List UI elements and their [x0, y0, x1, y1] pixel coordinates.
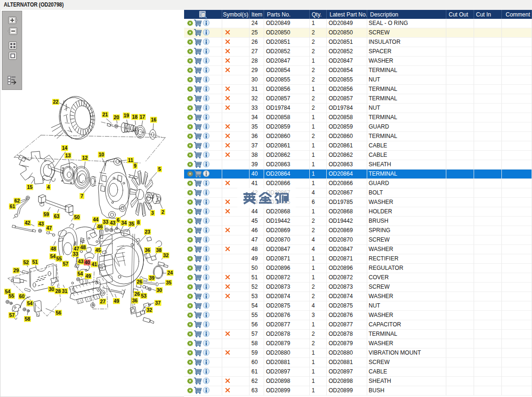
svg-text:50: 50 [74, 214, 80, 220]
svg-text:4: 4 [47, 184, 50, 190]
svg-text:54: 54 [50, 253, 56, 259]
svg-text:58: 58 [24, 316, 30, 322]
svg-text:27: 27 [100, 299, 105, 304]
svg-text:57: 57 [63, 261, 68, 267]
svg-text:28: 28 [55, 288, 61, 294]
svg-text:23: 23 [145, 229, 150, 235]
svg-text:14: 14 [62, 145, 67, 151]
svg-text:55: 55 [56, 256, 62, 261]
svg-text:48: 48 [50, 246, 56, 251]
svg-text:26: 26 [137, 279, 142, 284]
svg-text:7: 7 [81, 193, 83, 199]
svg-text:35: 35 [129, 221, 134, 227]
svg-text:31: 31 [62, 288, 67, 294]
svg-text:22: 22 [53, 99, 58, 105]
svg-text:46: 46 [97, 224, 103, 229]
svg-text:44: 44 [93, 217, 98, 222]
svg-text:42: 42 [24, 220, 30, 226]
svg-text:47: 47 [46, 225, 52, 231]
svg-text:54: 54 [27, 300, 32, 306]
svg-text:48: 48 [80, 244, 86, 250]
svg-text:36: 36 [145, 247, 150, 253]
svg-text:54: 54 [77, 271, 83, 276]
svg-text:49: 49 [85, 273, 91, 279]
svg-text:39: 39 [149, 275, 154, 281]
svg-text:21: 21 [102, 112, 108, 117]
svg-text:33: 33 [103, 219, 108, 225]
svg-text:55: 55 [8, 293, 14, 299]
svg-text:45: 45 [95, 247, 101, 253]
svg-text:8: 8 [137, 219, 140, 225]
svg-text:37: 37 [155, 300, 161, 306]
svg-text:34: 34 [121, 220, 127, 226]
svg-text:30: 30 [48, 286, 54, 292]
svg-text:38: 38 [156, 247, 161, 253]
svg-text:40: 40 [84, 259, 90, 265]
svg-text:24: 24 [167, 270, 173, 275]
svg-text:49: 49 [113, 298, 119, 304]
svg-text:60: 60 [19, 293, 24, 299]
svg-text:20: 20 [113, 114, 119, 120]
svg-text:32: 32 [146, 307, 152, 313]
svg-text:35: 35 [166, 280, 171, 285]
svg-text:19: 19 [123, 113, 129, 118]
svg-text:2: 2 [161, 209, 164, 215]
svg-text:59: 59 [43, 211, 49, 217]
svg-text:57: 57 [9, 312, 15, 318]
svg-text:30: 30 [156, 287, 162, 293]
svg-text:13: 13 [65, 153, 71, 158]
svg-text:63: 63 [54, 213, 59, 219]
svg-text:61: 61 [9, 203, 15, 209]
svg-text:17: 17 [139, 114, 145, 120]
svg-text:41: 41 [91, 261, 97, 267]
svg-text:15: 15 [27, 184, 32, 190]
svg-text:33: 33 [73, 251, 78, 257]
svg-text:53: 53 [141, 293, 146, 299]
svg-text:43: 43 [110, 220, 115, 226]
svg-text:16: 16 [151, 117, 156, 122]
svg-text:3: 3 [151, 210, 154, 216]
svg-text:26: 26 [134, 291, 140, 297]
svg-text:43: 43 [38, 221, 44, 227]
svg-text:32: 32 [163, 252, 169, 258]
svg-text:6: 6 [117, 217, 120, 223]
svg-text:43: 43 [78, 259, 83, 264]
svg-text:10: 10 [98, 152, 104, 157]
svg-text:56: 56 [56, 310, 61, 316]
svg-text:12: 12 [82, 155, 88, 161]
svg-text:29: 29 [13, 267, 19, 273]
svg-text:11: 11 [128, 157, 133, 163]
svg-text:5: 5 [158, 166, 161, 172]
svg-text:52: 52 [23, 259, 29, 265]
svg-text:9: 9 [134, 163, 137, 169]
svg-text:36: 36 [132, 298, 137, 303]
svg-text:18: 18 [132, 114, 137, 120]
svg-text:62: 62 [14, 198, 20, 203]
svg-text:51: 51 [32, 259, 38, 265]
